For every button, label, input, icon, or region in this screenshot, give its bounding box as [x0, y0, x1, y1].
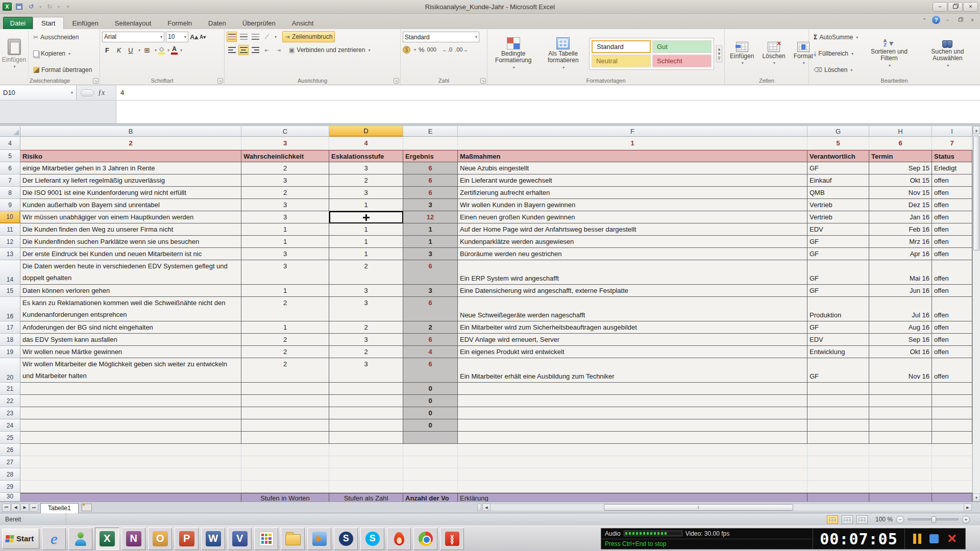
due-cell-9[interactable]: Dez 15	[869, 199, 932, 211]
measure-cell-8[interactable]: Zertifizierung aufrecht erhalten	[458, 187, 807, 199]
selected-cell-D10[interactable]	[329, 211, 403, 223]
risk-cell-24[interactable]	[20, 419, 241, 432]
collapse-ribbon-icon[interactable]: ⌃	[920, 16, 929, 24]
measure-cell-25[interactable]	[458, 432, 807, 444]
increase-decimal-icon[interactable]: ←.0	[442, 46, 452, 53]
chrome-icon[interactable]	[413, 528, 437, 550]
number-format-select[interactable]: Standard▾	[403, 32, 479, 42]
esc-cell-17[interactable]: 2	[329, 321, 403, 334]
excel-app-icon[interactable]: X	[3, 3, 12, 11]
owner-cell-9[interactable]: Vertrieb	[807, 199, 869, 211]
clear-button[interactable]: ⌫Löschen▾	[811, 64, 861, 76]
owner-cell-18[interactable]: EDV	[807, 334, 869, 346]
row-header-5[interactable]: 5	[0, 150, 20, 162]
copy-button[interactable]: Kopieren▾	[31, 48, 94, 59]
prob-cell-7[interactable]: 3	[241, 174, 329, 187]
tab-überprüfen[interactable]: Überprüfen	[234, 17, 284, 29]
result-cell-24[interactable]: 0	[403, 419, 458, 432]
prob-cell-14[interactable]: 3	[241, 260, 329, 285]
horizontal-scrollbar[interactable]: ◀ ⦀ ▶	[477, 504, 972, 511]
status-cell-21[interactable]	[932, 383, 972, 395]
redo-dropdown-icon[interactable]: ▾	[57, 2, 61, 11]
messenger-icon[interactable]	[68, 528, 92, 550]
due-cell-11[interactable]: Feb 16	[869, 223, 932, 236]
row-header-7[interactable]: 7	[0, 174, 20, 187]
esc-cell-12[interactable]: 1	[329, 236, 403, 248]
prev-sheet-icon[interactable]: ◀	[11, 504, 20, 512]
row-header-17[interactable]: 17	[0, 321, 20, 334]
grow-font-icon[interactable]: A▴	[190, 33, 198, 41]
merge-center-button[interactable]: ▣Verbinden und zentrieren▾	[286, 44, 373, 56]
last-sheet-icon[interactable]: ⏭	[30, 504, 38, 512]
row-header-11[interactable]: 11	[0, 223, 20, 236]
align-left-icon[interactable]	[227, 45, 237, 55]
sheet-tab-tabelle1[interactable]: Tabelle1	[40, 503, 79, 513]
align-right-icon[interactable]	[250, 45, 260, 55]
result-cell-9[interactable]: 3	[403, 199, 458, 211]
cell-E27[interactable]	[403, 456, 458, 468]
cell-C26[interactable]	[241, 444, 329, 456]
measure-cell-21[interactable]	[458, 383, 807, 395]
cell-C28[interactable]	[241, 468, 329, 481]
row-header-13[interactable]: 13	[0, 248, 20, 260]
measure-cell-7[interactable]: Ein Lieferant wurde gewechselt	[458, 174, 807, 187]
esc-cell-14[interactable]: 2	[329, 260, 403, 285]
tab-split-handle[interactable]	[477, 504, 481, 511]
select-all-button[interactable]	[0, 126, 20, 137]
format-as-table-button[interactable]: Als Tabelle formatieren▾	[540, 37, 587, 70]
esc-cell-24[interactable]	[329, 419, 403, 432]
due-cell-18[interactable]: Sep 16	[869, 334, 932, 346]
prob-cell-11[interactable]: 1	[241, 223, 329, 236]
risk-cell-16[interactable]: Es kann zu Reklamationen kommen weil die…	[20, 297, 241, 321]
status-cell-25[interactable]	[932, 432, 972, 444]
status-cell-9[interactable]: offen	[932, 199, 972, 211]
gallery-more-icon[interactable]: ⊽	[718, 56, 721, 61]
accounting-format-icon[interactable]: $	[403, 46, 410, 54]
row-header-8[interactable]: 8	[0, 187, 20, 199]
owner-cell-21[interactable]	[807, 383, 869, 395]
scroll-up-icon[interactable]: ▲	[973, 126, 980, 134]
risk-cell-17[interactable]: Anfoderungen der BG sind nicht eingehalt…	[20, 321, 241, 334]
measure-cell-18[interactable]: EDV Anlage wird erneuert, Server	[458, 334, 807, 346]
name-box[interactable]: D10▾	[0, 85, 77, 100]
font-color-button[interactable]: A	[171, 46, 178, 55]
row-header-28[interactable]: 28	[0, 468, 20, 481]
owner-cell-15[interactable]: GF	[807, 285, 869, 297]
paste-dropdown-icon[interactable]: ▾	[13, 64, 15, 69]
row-header-27[interactable]: 27	[0, 456, 20, 468]
status-cell-14[interactable]: offen	[932, 260, 972, 285]
risk-cell-13[interactable]: Der erste Eindruck bei Kunden und neuen …	[20, 248, 241, 260]
cell-H30[interactable]	[869, 493, 932, 502]
owner-cell-11[interactable]: EDV	[807, 223, 869, 236]
owner-cell-20[interactable]: GF	[807, 358, 869, 383]
esc-cell-22[interactable]	[329, 395, 403, 407]
column-header-I[interactable]: I	[932, 126, 972, 137]
visio-icon[interactable]: V	[228, 528, 252, 550]
risk-cell-21[interactable]	[20, 383, 241, 395]
cell-I28[interactable]	[932, 468, 972, 481]
row-header-16[interactable]: 16	[0, 297, 20, 321]
fill-color-button[interactable]: ◇	[158, 46, 165, 55]
row-header-21[interactable]: 21	[0, 383, 20, 395]
status-cell-8[interactable]: offen	[932, 187, 972, 199]
shrink-font-icon[interactable]: A▾	[200, 34, 206, 40]
tab-seitenlayout[interactable]: Seitenlayout	[107, 17, 160, 29]
result-cell-15[interactable]: 3	[403, 285, 458, 297]
result-cell-23[interactable]: 0	[403, 407, 458, 419]
due-cell-16[interactable]: Jul 16	[869, 297, 932, 321]
tab-start[interactable]: Start	[33, 17, 64, 29]
prob-cell-8[interactable]: 2	[241, 187, 329, 199]
prob-cell-6[interactable]: 2	[241, 162, 329, 174]
help-icon[interactable]: ?	[932, 16, 940, 24]
start-button[interactable]: Start	[2, 529, 39, 549]
zoom-slider[interactable]	[908, 518, 959, 520]
prob-cell-18[interactable]: 2	[241, 334, 329, 346]
cell-G29[interactable]	[807, 481, 869, 493]
status-cell-24[interactable]	[932, 419, 972, 432]
number-dialog-launcher-icon[interactable]: ↘	[480, 78, 486, 84]
table-header-H5[interactable]: Termin	[869, 150, 932, 162]
cell-style-bad[interactable]: Schlecht	[652, 55, 712, 67]
font-dialog-launcher-icon[interactable]: ↘	[217, 78, 223, 84]
due-cell-7[interactable]: Okt 15	[869, 174, 932, 187]
zoom-slider-thumb[interactable]	[932, 516, 936, 523]
